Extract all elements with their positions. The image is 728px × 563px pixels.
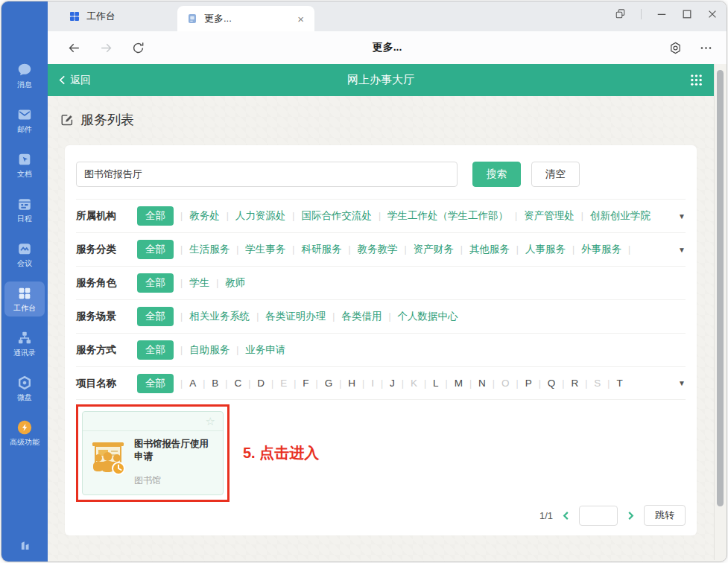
filter-option-相关业务系统[interactable]: 相关业务系统 [189, 310, 250, 323]
tab-strip: 工作台 更多... × [48, 1, 727, 31]
filter-option-教务教学[interactable]: 教务教学 [358, 243, 398, 256]
sidebar-item-会议[interactable]: 会议 [4, 237, 45, 272]
filter-option-P[interactable]: P [525, 378, 532, 389]
filter-options: 全部|A|B|C|D|E|F|G|H|I|J|K|L|M|N|O|P|Q|R|S… [137, 374, 686, 393]
filter-selected-pill[interactable]: 全部 [137, 374, 174, 393]
chevron-down-icon[interactable]: ▼ [672, 379, 686, 387]
prev-page-icon[interactable] [561, 511, 571, 521]
filter-option-B[interactable]: B [212, 378, 218, 389]
filter-option-其他服务[interactable]: 其他服务 [469, 243, 510, 256]
search-row: 搜索 清空 [65, 145, 697, 199]
apps-grid-icon[interactable] [690, 74, 703, 86]
filter-option-J[interactable]: J [390, 378, 395, 389]
filter-option-H[interactable]: H [348, 378, 355, 389]
sidebar-item-微盘[interactable]: 微盘 [4, 371, 45, 406]
contacts-icon [16, 330, 33, 346]
filter-option-创新创业学院[interactable]: 创新创业学院 [590, 209, 651, 223]
filter-selected-pill[interactable]: 全部 [137, 240, 174, 259]
option-separator: | [236, 345, 238, 355]
sidebar-item-工作台[interactable]: 工作台 [4, 282, 45, 317]
close-icon[interactable] [707, 9, 718, 19]
tab-more-label: 更多... [204, 12, 290, 25]
toolbar-title: 更多... [48, 41, 727, 54]
forward-icon[interactable] [99, 41, 113, 55]
option-separator: | [180, 278, 183, 288]
minimize-icon[interactable] [656, 9, 667, 19]
filter-option-自助服务[interactable]: 自助服务 [189, 343, 230, 357]
sidebar-item-文档[interactable]: 文档 [4, 147, 45, 182]
filter-option-资产管理处[interactable]: 资产管理处 [524, 209, 575, 223]
maximize-icon[interactable] [682, 9, 692, 19]
option-separator: | [581, 211, 583, 221]
sidebar-item-邮件[interactable]: 邮件 [4, 103, 45, 138]
scrollbar-thumb[interactable] [717, 70, 724, 506]
page-content: 服务列表 搜索 清空 所属机构全部|教务处|人力资源处|国际合作交流处|学生工作… [48, 96, 714, 562]
filter-option-学生[interactable]: 学生 [189, 276, 209, 290]
filter-label: 服务分类 [76, 243, 137, 256]
filter-selected-pill[interactable]: 全部 [137, 273, 174, 293]
filter-option-科研服务[interactable]: 科研服务 [301, 243, 341, 256]
filter-option-教师[interactable]: 教师 [225, 276, 245, 290]
sidebar-item-日程[interactable]: 日程 [4, 192, 45, 227]
filter-option-学生工作处（学生工作部）[interactable]: 学生工作处（学生工作部） [387, 209, 508, 223]
chevron-down-icon[interactable]: ▼ [672, 212, 686, 220]
filter-option-A[interactable]: A [189, 378, 196, 389]
search-input[interactable] [76, 162, 458, 187]
filter-option-资产财务[interactable]: 资产财务 [414, 243, 454, 256]
star-icon[interactable]: ☆ [206, 416, 215, 427]
filter-selected-pill[interactable]: 全部 [137, 206, 174, 226]
search-button[interactable]: 搜索 [472, 162, 521, 187]
filter-option-业务申请[interactable]: 业务申请 [245, 343, 285, 357]
sidebar-item-消息[interactable]: 消息 [4, 58, 45, 93]
annotation-highlight-box: ☆ [76, 404, 230, 502]
filter-selected-pill[interactable]: 全部 [137, 340, 174, 360]
tab-workbench[interactable]: 工作台 [57, 1, 127, 31]
filter-option-D[interactable]: D [257, 378, 265, 389]
filter-option-Q[interactable]: Q [548, 378, 556, 389]
option-separator: | [348, 244, 350, 255]
filter-option-各类证明办理[interactable]: 各类证明办理 [265, 310, 326, 323]
page-jump-input[interactable] [579, 506, 618, 526]
more-dots-icon[interactable] [699, 41, 713, 55]
filter-option-教务处[interactable]: 教务处 [189, 209, 220, 223]
tab-close-icon[interactable]: × [296, 13, 306, 25]
filter-option-学生事务[interactable]: 学生事务 [245, 243, 285, 256]
filter-option-C[interactable]: C [234, 378, 241, 389]
popout-icon[interactable] [615, 8, 626, 19]
scrollbar-track[interactable] [714, 64, 726, 560]
filter-option-R[interactable]: R [571, 378, 578, 389]
filter-option-N[interactable]: N [478, 378, 486, 389]
sidebar-item-高级功能[interactable]: 高级功能 [4, 416, 45, 451]
option-separator: | [585, 378, 587, 389]
filter-option-M[interactable]: M [455, 378, 463, 389]
jump-button[interactable]: 跳转 [644, 505, 686, 526]
chevron-down-icon[interactable]: ▼ [672, 246, 686, 254]
option-separator: | [292, 211, 294, 221]
filter-option-L[interactable]: L [433, 378, 439, 389]
main-area: 工作台 更多... × 更多... [48, 1, 727, 562]
option-separator: | [339, 378, 341, 389]
service-card[interactable]: ☆ [82, 411, 224, 495]
filter-option-生活服务[interactable]: 生活服务 [189, 243, 230, 256]
refresh-icon[interactable] [131, 41, 145, 55]
sidebar-item-label: 文档 [17, 169, 32, 179]
filter-options: 全部|生活服务|学生事务|科研服务|教务教学|资产财务|其他服务|人事服务|外事… [137, 240, 686, 259]
filter-option-G[interactable]: G [325, 378, 333, 389]
filter-option-各类借用[interactable]: 各类借用 [341, 310, 382, 323]
filter-option-人力资源处[interactable]: 人力资源处 [235, 209, 286, 223]
filter-option-个人数据中心[interactable]: 个人数据中心 [398, 310, 458, 323]
tab-more[interactable]: 更多... × [177, 6, 314, 31]
filter-selected-pill[interactable]: 全部 [137, 307, 174, 326]
sidebar-item-通讯录[interactable]: 通讯录 [4, 326, 45, 361]
back-icon[interactable] [67, 41, 81, 55]
next-page-icon[interactable] [626, 511, 636, 521]
filter-option-F[interactable]: F [303, 378, 308, 389]
filter-option-T[interactable]: T [616, 378, 622, 389]
back-button[interactable]: 返回 [58, 74, 91, 87]
settings-hexagon-icon[interactable] [668, 41, 683, 55]
stats-icon[interactable] [16, 536, 33, 553]
filter-option-外事服务[interactable]: 外事服务 [581, 243, 621, 256]
filter-option-国际合作交流处[interactable]: 国际合作交流处 [301, 209, 372, 223]
filter-option-人事服务[interactable]: 人事服务 [525, 243, 566, 256]
clear-button[interactable]: 清空 [531, 162, 580, 187]
